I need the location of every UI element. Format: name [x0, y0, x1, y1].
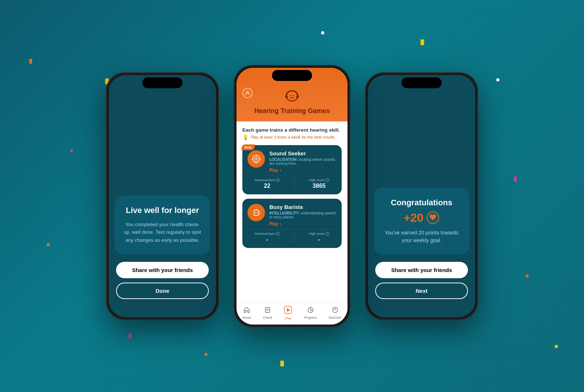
check-icon: [264, 307, 271, 315]
screen-center: Hearing Training Games Each game trains …: [237, 68, 347, 325]
right-phone-title: Congratulations: [383, 198, 461, 207]
sound-seeker-stats: Personal best i 22 High score i 3865: [247, 176, 337, 189]
confetti-dot: [420, 39, 424, 45]
right-next-button[interactable]: Next: [375, 283, 468, 299]
confetti-dot: [280, 361, 284, 366]
sound-seeker-name: Sound Seeker: [269, 150, 337, 156]
bb-high-score-value: -: [309, 236, 329, 243]
svg-marker-19: [287, 308, 290, 312]
game-card-inner-2: Busy Barista INTELLIGIBILITY: understand…: [247, 204, 337, 226]
center-hint: 💡 Play at least 3 times a week for the b…: [242, 134, 342, 140]
phone-right: Congratulations +20 You've earned 20 poi…: [365, 72, 478, 320]
left-phone-body: You completed your health check-up, well…: [123, 221, 201, 244]
right-content-box: Congratulations +20 You've earned 20 poi…: [374, 188, 469, 255]
nav-home[interactable]: Home: [242, 307, 251, 319]
confetti-dot: [496, 78, 499, 81]
svg-rect-14: [254, 210, 258, 216]
bb-personal-best-stat: Personal best i -: [255, 232, 280, 243]
confetti-dot: [321, 31, 324, 35]
phone-left: Live well for longer You completed your …: [106, 72, 219, 320]
confetti-dot: [514, 176, 517, 182]
hint-bulb-icon: 💡: [242, 134, 249, 140]
beta-badge: Beta: [242, 144, 255, 150]
confetti-dot: [128, 333, 131, 338]
info-icon-pb: i: [276, 178, 280, 182]
nav-play[interactable]: Play: [284, 306, 292, 320]
svg-point-2: [288, 92, 296, 100]
confetti-dot: [29, 59, 32, 64]
busy-barista-play[interactable]: Play ›: [269, 221, 337, 226]
confetti-dot: [70, 149, 73, 152]
nav-play-label: Play: [285, 317, 291, 320]
right-phone-points: +20: [383, 211, 461, 225]
confetti-dot: [526, 275, 529, 277]
nav-discover[interactable]: Discover: [329, 307, 342, 319]
svg-rect-4: [296, 95, 299, 98]
dynamic-island-center: [272, 70, 312, 81]
bb-high-score-stat: High score i -: [309, 232, 329, 243]
progress-icon: [307, 307, 314, 315]
left-done-button[interactable]: Done: [116, 283, 209, 299]
headphone-icon: [244, 88, 340, 106]
play-icon: [284, 306, 292, 316]
busy-barista-type: INTELLIGIBILITY:: [269, 211, 300, 215]
discover-icon: [332, 307, 338, 315]
sound-seeker-info: Sound Seeker LOCALISATION: locating wher…: [269, 150, 337, 173]
game-card-busy-barista: Busy Barista INTELLIGIBILITY: understand…: [242, 199, 342, 248]
svg-rect-17: [265, 307, 270, 313]
nav-check[interactable]: Check: [263, 307, 272, 319]
info-icon-bb-hs: i: [326, 232, 329, 236]
nav-discover-label: Discover: [329, 316, 342, 319]
game-card-sound-seeker: Beta: [242, 145, 342, 194]
personal-best-stat: Personal best i 22: [255, 178, 280, 189]
svg-point-5: [290, 95, 291, 96]
left-share-button[interactable]: Share with your friends: [116, 262, 209, 278]
bb-personal-best-label: Personal best: [255, 232, 275, 236]
personal-best-value: 22: [255, 183, 280, 189]
phones-wrapper: Live well for longer You completed your …: [106, 65, 478, 327]
busy-barista-info: Busy Barista INTELLIGIBILITY: understand…: [269, 204, 337, 226]
stat-divider: [294, 178, 295, 189]
personal-best-label: Personal best: [255, 178, 275, 182]
center-body: Each game trains a different hearing ski…: [237, 121, 347, 303]
right-phone-body: You've earned 20 points towards your wee…: [383, 229, 461, 244]
info-icon-bb-pb: i: [276, 232, 280, 236]
nav-progress[interactable]: Progress: [304, 307, 317, 319]
high-score-stat: High score i 3865: [309, 178, 329, 189]
sound-seeker-icon: [247, 150, 265, 168]
high-score-value: 3865: [309, 183, 329, 189]
heart-icon: [426, 211, 439, 224]
busy-barista-stats: Personal best i - High score i -: [247, 229, 337, 243]
dynamic-island-right: [402, 77, 442, 88]
phone-center: Hearing Training Games Each game trains …: [234, 65, 350, 327]
screen-right: Congratulations +20 You've earned 20 poi…: [368, 75, 475, 317]
busy-barista-icon: [247, 204, 265, 221]
confetti-dot: [204, 353, 207, 356]
bb-personal-best-value: -: [255, 236, 280, 243]
game-card-inner-1: Sound Seeker LOCALISATION: locating wher…: [247, 150, 337, 173]
left-content-box: Live well for longer You completed your …: [115, 195, 210, 254]
nav-progress-label: Progress: [304, 316, 317, 319]
high-score-label: High score: [309, 178, 324, 182]
dynamic-island-left: [142, 77, 182, 88]
confetti-dot: [47, 243, 50, 246]
profile-icon[interactable]: [242, 88, 253, 98]
bb-high-score-label: High score: [309, 232, 324, 236]
center-header-title: Hearing Training Games: [244, 107, 340, 115]
nav-home-label: Home: [242, 316, 251, 319]
screen-left: Live well for longer You completed your …: [109, 75, 216, 317]
svg-point-9: [256, 158, 257, 160]
right-share-button[interactable]: Share with your friends: [375, 262, 468, 278]
svg-rect-3: [285, 95, 288, 98]
center-subtitle: Each game trains a different hearing ski…: [242, 127, 342, 133]
nav-check-label: Check: [263, 316, 272, 319]
left-phone-title: Live well for longer: [123, 206, 201, 215]
info-icon-hs: i: [326, 178, 329, 182]
hint-text: Play at least 3 times a week for the bes…: [251, 135, 336, 139]
bb-stat-divider: [294, 232, 295, 243]
svg-point-22: [334, 308, 336, 310]
svg-point-6: [293, 95, 294, 96]
sound-seeker-type: LOCALISATION:: [269, 158, 298, 162]
sound-seeker-play[interactable]: Play ›: [269, 168, 337, 173]
bottom-nav: Home Check Play: [237, 303, 347, 325]
